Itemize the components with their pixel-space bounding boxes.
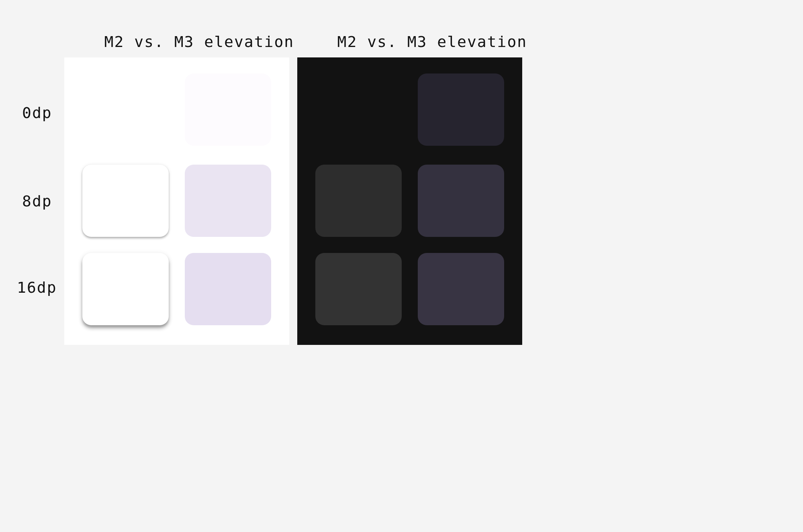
- swatch-light-m3-8dp: [185, 165, 271, 237]
- panel-dark: [297, 57, 522, 345]
- swatch-light-m3-16dp: [185, 253, 271, 325]
- swatch-dark-m3-0dp: [418, 73, 504, 146]
- elevation-comparison-figure: M2 vs. M3 elevation (light theme) M2 vs.…: [0, 0, 803, 532]
- row-label-16dp: 16dp: [17, 279, 57, 296]
- swatch-light-m3-0dp: [185, 73, 271, 146]
- column-header-dark-line1: M2 vs. M3 elevation: [337, 33, 527, 51]
- swatch-light-m2-16dp: [82, 253, 169, 325]
- column-header-light-line1: M2 vs. M3 elevation: [104, 33, 294, 51]
- swatch-dark-m2-16dp: [315, 253, 402, 325]
- swatch-dark-m2-8dp: [315, 165, 402, 237]
- swatch-dark-m3-8dp: [418, 165, 504, 237]
- swatch-light-m2-8dp: [82, 165, 169, 237]
- panel-light: [64, 57, 289, 345]
- row-label-0dp: 0dp: [22, 104, 52, 122]
- row-label-8dp: 8dp: [22, 192, 52, 210]
- swatch-dark-m3-16dp: [418, 253, 504, 325]
